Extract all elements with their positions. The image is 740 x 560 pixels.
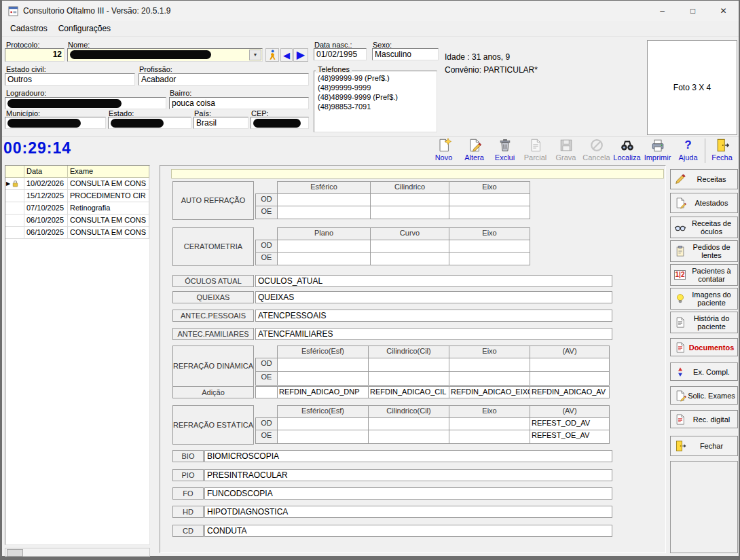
profissao-field[interactable]: Acabador xyxy=(138,73,309,86)
municipio-field[interactable] xyxy=(5,117,106,129)
scrollbar-thumb[interactable] xyxy=(7,549,23,557)
adicao-eixo-field[interactable]: REFDIN_ADICAO_EIXO xyxy=(449,386,530,398)
input-cell[interactable] xyxy=(370,193,449,206)
nome-dropdown-button[interactable]: ▼ xyxy=(249,50,261,60)
previous-record-button[interactable]: ◀ xyxy=(280,48,293,62)
input-cell[interactable] xyxy=(449,358,530,372)
idade-text: Idade : 31 anos, 9 xyxy=(445,52,510,62)
column-header-exame[interactable]: Exame xyxy=(68,166,149,178)
input-cell[interactable] xyxy=(277,358,369,372)
close-button[interactable]: ✕ xyxy=(708,1,739,21)
sidebar-rec-digital-button[interactable]: Rec. digital xyxy=(670,410,738,428)
menu-configuracoes[interactable]: Configurações xyxy=(53,22,116,35)
oculos-atual-field[interactable]: OCULOS_ATUAL xyxy=(255,275,612,287)
minimize-button[interactable]: – xyxy=(647,1,678,21)
refest-oe-av-field[interactable]: REFEST_OE_AV xyxy=(530,430,610,444)
table-row[interactable]: ▶ 10/02/2026 CONSULTA EM CONS xyxy=(5,178,149,190)
antec-familiares-field[interactable]: ATENCFAMILIARES xyxy=(255,328,612,340)
altera-button[interactable]: Altera xyxy=(459,138,489,164)
fecha-button[interactable]: Fecha xyxy=(707,138,737,164)
input-cell[interactable] xyxy=(530,358,610,372)
table-row[interactable]: 15/12/2025 PROCEDIMENTO CIR xyxy=(5,190,149,202)
cep-field[interactable] xyxy=(251,117,309,129)
action-bar: 00:29:14 Novo Altera Exclui Parcial Grav… xyxy=(2,136,739,164)
input-cell[interactable] xyxy=(368,358,449,372)
column-header: (AV) xyxy=(530,405,610,418)
sidebar-fechar-button[interactable]: Fechar xyxy=(670,436,738,456)
protocolo-field[interactable]: 12 xyxy=(5,48,64,62)
input-cell[interactable] xyxy=(449,240,530,253)
estado-civil-label: Estado civil: xyxy=(6,65,46,73)
input-cell[interactable] xyxy=(277,240,371,253)
input-cell[interactable] xyxy=(368,430,449,444)
telefones-list[interactable]: (48)99999-99 (Pref$.) (48)99999-9999 (48… xyxy=(314,71,437,132)
input-cell[interactable] xyxy=(370,240,449,253)
sidebar-receitas-oculos-button[interactable]: Receitas de óculos xyxy=(670,217,738,238)
next-record-button[interactable]: ▶ xyxy=(293,48,308,62)
column-header: Cilindrico(Cil) xyxy=(368,346,449,358)
sidebar-atestados-button[interactable]: Atestados xyxy=(670,193,738,213)
logradouro-field[interactable] xyxy=(5,97,166,109)
input-cell[interactable] xyxy=(277,371,369,386)
input-cell[interactable] xyxy=(277,252,371,265)
input-cell[interactable] xyxy=(370,252,449,265)
input-cell[interactable] xyxy=(255,386,278,398)
queixas-field[interactable]: QUEIXAS xyxy=(255,291,612,303)
sidebar-receitas-button[interactable]: Receitas xyxy=(670,169,738,189)
bairro-field[interactable]: pouca coisa xyxy=(169,97,309,109)
input-cell[interactable] xyxy=(530,371,610,386)
sidebar-imagens-paciente-button[interactable]: Imagens do paciente xyxy=(670,288,738,310)
nome-combobox[interactable]: ▼ xyxy=(67,48,263,62)
table-horizontal-scrollbar[interactable] xyxy=(5,548,150,557)
input-cell[interactable] xyxy=(449,206,530,219)
novo-button[interactable]: Novo xyxy=(428,138,459,164)
cd-field[interactable]: CONDUTA xyxy=(204,525,612,537)
sidebar-documentos-button[interactable]: Documentos xyxy=(670,338,738,356)
table-row[interactable]: 07/10/2025 Retinografia xyxy=(5,202,149,214)
input-cell[interactable] xyxy=(449,371,530,386)
adicao-av-field[interactable]: REFDIN_ADICAO_AV xyxy=(530,386,610,398)
estado-civil-field[interactable]: Outros xyxy=(5,73,135,86)
maximize-button[interactable]: □ xyxy=(678,1,708,21)
patient-search-button[interactable] xyxy=(265,48,279,62)
sidebar-solic-exames-button[interactable]: Solic. Exames xyxy=(670,386,738,405)
column-header-data[interactable]: Data xyxy=(24,166,68,178)
input-cell[interactable] xyxy=(449,193,530,206)
exclui-button[interactable]: Exclui xyxy=(489,138,520,164)
bio-field[interactable]: BIOMICROSCOPIA xyxy=(204,450,612,462)
input-cell[interactable] xyxy=(277,430,369,444)
input-cell[interactable] xyxy=(368,371,449,386)
input-cell[interactable] xyxy=(449,252,530,265)
pais-field[interactable]: Brasil xyxy=(193,117,248,129)
table-row[interactable]: 06/10/2025 CONSULTA EM CONS xyxy=(5,214,149,227)
sidebar-pedidos-lentes-button[interactable]: Pedidos de lentes xyxy=(670,240,738,262)
exam-top-field[interactable] xyxy=(171,169,664,179)
ajuda-button[interactable]: ? Ajuda xyxy=(673,138,703,164)
input-cell[interactable] xyxy=(277,417,369,430)
estado-field[interactable] xyxy=(108,117,191,129)
refest-od-av-field[interactable]: REFEST_OD_AV xyxy=(530,417,610,430)
sidebar-ex-compl-button[interactable]: Ex. Compl. xyxy=(670,362,738,381)
input-cell[interactable] xyxy=(368,417,449,430)
table-row[interactable]: 06/10/2025 CONSULTA EM CONS xyxy=(5,227,149,239)
antec-pessoais-field[interactable]: ATENCPESSOAIS xyxy=(255,310,612,322)
up-down-arrows-icon xyxy=(673,366,687,378)
input-cell[interactable] xyxy=(370,206,449,219)
localiza-button[interactable]: Localiza xyxy=(612,138,642,164)
sidebar-historia-paciente-button[interactable]: História do paciente xyxy=(670,312,738,333)
imprimir-button[interactable]: Imprimir xyxy=(642,138,673,164)
input-cell[interactable] xyxy=(449,417,530,430)
grava-button: Grava xyxy=(551,138,581,164)
menu-cadastros[interactable]: Cadastros xyxy=(5,22,53,35)
data-nasc-field[interactable]: 01/02/1995 xyxy=(314,48,367,60)
hd-field[interactable]: HIPOTDIAGNOSTICA xyxy=(204,506,612,518)
input-cell[interactable] xyxy=(449,430,530,444)
sidebar-pacientes-contatar-button[interactable]: 1|2 Pacientes à contatar xyxy=(670,264,738,286)
input-cell[interactable] xyxy=(277,193,371,206)
fo-field[interactable]: FUNCODSCOPIA xyxy=(204,487,612,500)
pio-field[interactable]: PRESINTRAOCULAR xyxy=(204,469,612,481)
input-cell[interactable] xyxy=(277,206,371,219)
adicao-dnp-field[interactable]: REFDIN_ADICAO_DNP xyxy=(277,386,369,398)
sexo-field[interactable]: Masculino xyxy=(372,48,439,60)
adicao-cil-field[interactable]: REFDIN_ADICAO_CIL xyxy=(368,386,449,398)
